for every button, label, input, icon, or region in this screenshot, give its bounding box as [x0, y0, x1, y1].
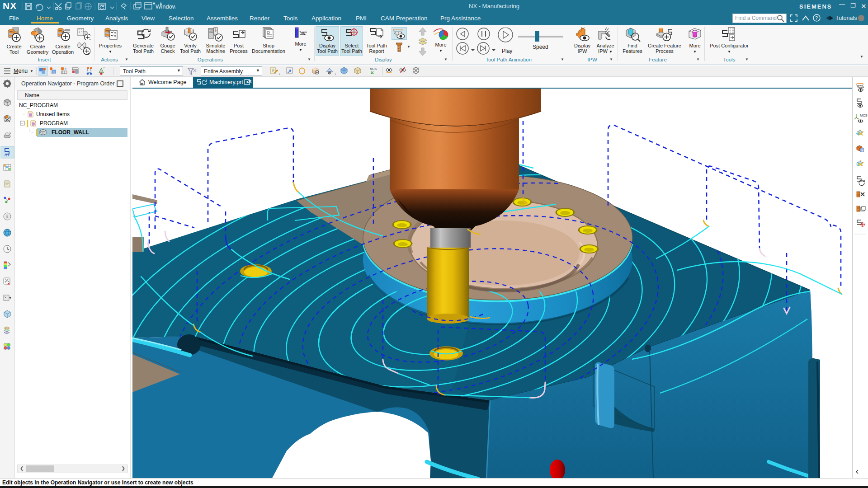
svg-text:i: i — [6, 214, 8, 219]
svg-text:MCS: MCS — [860, 113, 868, 117]
svg-text:MCS: MCS — [370, 67, 377, 70]
svg-text:?: ? — [815, 15, 818, 21]
svg-text:Play: Play — [502, 48, 512, 54]
svg-text:Window: Window — [156, 3, 175, 10]
svg-text:Speed: Speed — [533, 44, 548, 50]
